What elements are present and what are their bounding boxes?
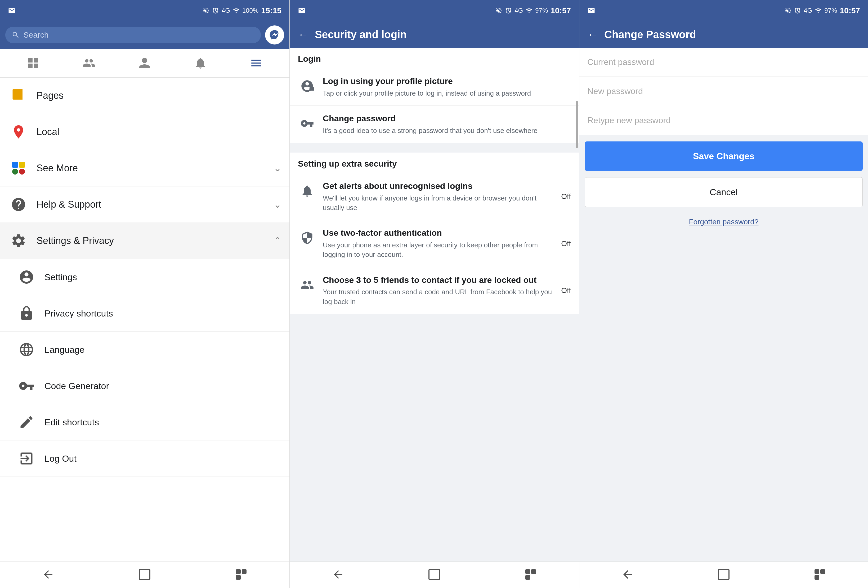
battery-text-2: 97% xyxy=(535,7,548,14)
tab-menu[interactable] xyxy=(246,55,267,71)
seemore-arrow: ⌄ xyxy=(273,163,282,174)
nav-recents-2[interactable] xyxy=(524,568,537,582)
save-changes-button[interactable]: Save Changes xyxy=(585,142,863,171)
svg-rect-7 xyxy=(310,87,314,90)
help-icon xyxy=(8,194,29,215)
nav-back-3[interactable] xyxy=(621,568,634,582)
trusted-contacts-desc: Your trusted contacts can send a code an… xyxy=(323,287,555,306)
pages-label: Pages xyxy=(37,90,63,101)
svg-rect-6 xyxy=(236,576,240,579)
cancel-button[interactable]: Cancel xyxy=(585,177,863,207)
nav-recents-icon-1 xyxy=(235,568,248,581)
nav-back-1[interactable] xyxy=(42,568,55,582)
back-button-2[interactable]: ← xyxy=(298,29,309,40)
signal-text: 4G xyxy=(221,7,230,14)
change-password-content: Save Changes Cancel Forgotten password? xyxy=(579,48,868,561)
battery-text-1: 100% xyxy=(242,7,258,14)
menu-item-help[interactable]: Help & Support ⌄ xyxy=(0,186,289,223)
change-password-text: Change password It's a good idea to use … xyxy=(323,113,571,135)
submenu-codegenerator[interactable]: Code Generator xyxy=(0,368,289,404)
search-wrap[interactable] xyxy=(5,27,261,43)
key-svg xyxy=(300,117,314,130)
alerts-item[interactable]: Get alerts about unrecognised logins We'… xyxy=(290,173,579,220)
editshortcuts-label: Edit shortcuts xyxy=(44,417,99,427)
seemore-label: See More xyxy=(37,163,78,174)
signal-text-3: 4G xyxy=(804,7,812,14)
menu-item-settings-privacy[interactable]: Settings & Privacy ⌃ xyxy=(0,223,289,259)
current-password-input[interactable] xyxy=(587,57,860,67)
sp-label: Settings & Privacy xyxy=(37,235,114,246)
time-2: 10:57 xyxy=(551,6,571,15)
menu-list: Pages Local xyxy=(0,78,289,561)
grid-green xyxy=(12,169,18,174)
svg-rect-9 xyxy=(526,570,530,573)
change-password-icon xyxy=(298,114,316,133)
nav-home-3[interactable] xyxy=(717,568,730,582)
retype-password-field[interactable] xyxy=(579,106,868,135)
tab-profile[interactable] xyxy=(134,55,155,71)
nav-recents-3[interactable] xyxy=(813,568,826,582)
twofactor-desc: Use your phone as an extra layer of secu… xyxy=(323,240,555,260)
nav-bar-3: ← Change Password xyxy=(579,21,868,48)
settings-svg xyxy=(19,269,34,285)
tab-newsfeed[interactable] xyxy=(22,55,44,71)
panel-security-login: 4G 97% 10:57 ← Security and login Login xyxy=(289,0,579,588)
sp-arrow: ⌃ xyxy=(273,235,282,246)
submenu-editshortcuts[interactable]: Edit shortcuts xyxy=(0,404,289,440)
sp-svg xyxy=(10,233,27,249)
new-password-field[interactable] xyxy=(579,77,868,106)
menu-item-seemore[interactable]: See More ⌄ xyxy=(0,150,289,186)
separator xyxy=(290,147,579,152)
codegen-svg xyxy=(19,378,34,394)
status-right-1: 4G 100% 15:15 xyxy=(202,6,282,15)
language-svg xyxy=(19,342,34,358)
nav-bar-2: ← Security and login xyxy=(290,21,579,48)
trusted-contacts-text: Choose 3 to 5 friends to contact if you … xyxy=(323,275,555,306)
nav-back-2[interactable] xyxy=(332,568,344,582)
submenu-privacy[interactable]: Privacy shortcuts xyxy=(0,295,289,332)
back-button-3[interactable]: ← xyxy=(587,29,598,40)
menu-item-pages[interactable]: Pages xyxy=(0,78,289,114)
mail-icon-2 xyxy=(298,7,306,15)
login-header: Login xyxy=(290,48,579,68)
submenu-logout[interactable]: Log Out xyxy=(0,440,289,477)
messenger-icon[interactable] xyxy=(265,25,284,44)
submenu-language[interactable]: Language xyxy=(0,332,289,368)
submenu-settings[interactable]: Settings xyxy=(0,259,289,295)
signal-icon-3 xyxy=(815,7,822,14)
nav-home-2[interactable] xyxy=(428,568,441,582)
twofactor-title: Use two-factor authentication xyxy=(323,228,555,239)
security-login-title: Security and login xyxy=(315,29,407,40)
seemore-grid xyxy=(11,161,26,176)
status-left-3 xyxy=(587,7,595,15)
time-3: 10:57 xyxy=(840,6,860,15)
signal-text-2: 4G xyxy=(515,7,523,14)
change-password-item[interactable]: Change password It's a good idea to use … xyxy=(290,106,579,143)
nav-back-icon-2 xyxy=(332,568,344,581)
nav-recents-1[interactable] xyxy=(235,568,248,582)
tab-friends[interactable] xyxy=(78,55,100,71)
password-fields-card xyxy=(579,48,868,135)
search-input[interactable] xyxy=(23,31,254,40)
codegen-icon xyxy=(16,375,37,396)
change-password-desc: It's a good idea to use a strong passwor… xyxy=(323,126,571,135)
retype-password-input[interactable] xyxy=(587,115,860,125)
current-password-field[interactable] xyxy=(579,48,868,77)
twofactor-item[interactable]: Use two-factor authentication Use your p… xyxy=(290,220,579,267)
forgotten-password-link[interactable]: Forgotten password? xyxy=(579,213,868,230)
help-arrow: ⌄ xyxy=(273,199,282,210)
nav-home-1[interactable] xyxy=(138,568,151,582)
grid-blue xyxy=(12,162,18,168)
svg-rect-15 xyxy=(815,576,819,579)
menu-item-local[interactable]: Local xyxy=(0,114,289,150)
profile-pic-login-item[interactable]: Log in using your profile picture Tap or… xyxy=(290,68,579,106)
trusted-contacts-item[interactable]: Choose 3 to 5 friends to contact if you … xyxy=(290,267,579,314)
messenger-logo xyxy=(269,29,280,41)
security-login-content: Login Log in using your profile picture … xyxy=(290,48,579,561)
sp-icon xyxy=(8,230,29,251)
nav-home-icon-3 xyxy=(717,568,730,581)
profile-pic-svg xyxy=(300,79,314,93)
tab-notifications[interactable] xyxy=(190,55,211,71)
new-password-input[interactable] xyxy=(587,86,860,96)
status-right-3: 4G 97% 10:57 xyxy=(785,6,860,15)
